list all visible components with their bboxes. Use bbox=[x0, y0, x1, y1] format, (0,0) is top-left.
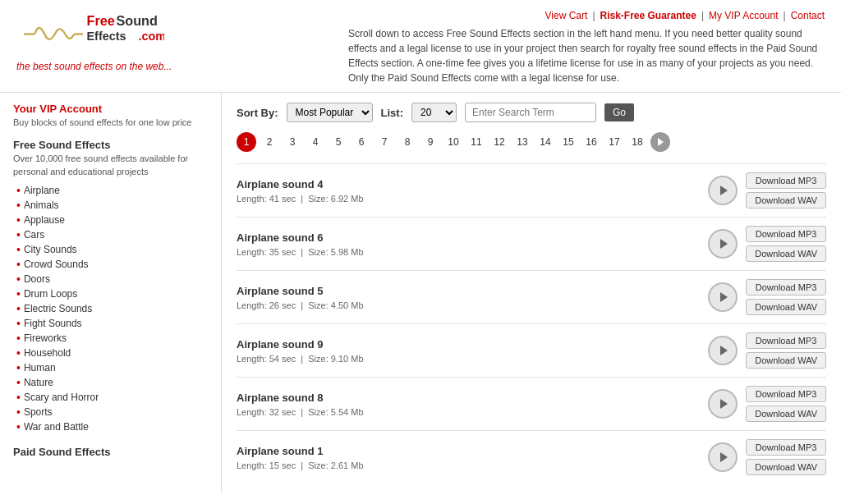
sidebar-item-animals[interactable]: Animals bbox=[16, 198, 208, 213]
play-button[interactable] bbox=[708, 229, 738, 259]
download-wav-button[interactable]: Download WAV bbox=[746, 245, 826, 262]
sidebar-item-applause[interactable]: Applause bbox=[16, 213, 208, 227]
pagination[interactable]: 123456789101112131415161718 bbox=[237, 132, 826, 152]
list-label: List: bbox=[381, 107, 403, 119]
pagination-next[interactable] bbox=[650, 132, 670, 152]
sound-title: Airplane sound 5 bbox=[237, 285, 708, 297]
download-mp3-button[interactable]: Download MP3 bbox=[746, 226, 826, 242]
page-btn-10[interactable]: 10 bbox=[443, 132, 463, 152]
main-layout: Your VIP Account Buy blocks of sound eff… bbox=[0, 93, 841, 493]
download-wav-button[interactable]: Download WAV bbox=[746, 352, 826, 369]
filter-bar: Sort By: Most PopularNewestAlphabetical … bbox=[237, 103, 826, 122]
page-btn-12[interactable]: 12 bbox=[489, 132, 509, 152]
sidebar-item-crowd-sounds[interactable]: Crowd Sounds bbox=[16, 257, 208, 272]
download-buttons: Download MP3 Download WAV bbox=[746, 332, 826, 369]
page-btn-14[interactable]: 14 bbox=[535, 132, 555, 152]
nav-sep3: | bbox=[784, 10, 786, 21]
page-btn-18[interactable]: 18 bbox=[627, 132, 647, 152]
page-btn-5[interactable]: 5 bbox=[329, 132, 348, 152]
page-btn-3[interactable]: 3 bbox=[283, 132, 302, 152]
sidebar: Your VIP Account Buy blocks of sound eff… bbox=[0, 93, 222, 493]
sidebar-item-sports[interactable]: Sports bbox=[16, 405, 208, 419]
header-right: View Cart | Risk-Free Guarantee | My VIP… bbox=[348, 10, 825, 85]
play-button[interactable] bbox=[708, 336, 738, 365]
download-buttons: Download MP3 Download WAV bbox=[746, 279, 826, 315]
sidebar-item-cars[interactable]: Cars bbox=[16, 227, 208, 242]
svg-marker-10 bbox=[720, 346, 728, 355]
sound-list: Airplane sound 4 Length: 41 sec | Size: … bbox=[237, 163, 826, 483]
download-buttons: Download MP3 Download WAV bbox=[746, 439, 826, 475]
page-btn-4[interactable]: 4 bbox=[306, 132, 325, 152]
download-mp3-button[interactable]: Download MP3 bbox=[746, 439, 826, 456]
page-btn-17[interactable]: 17 bbox=[604, 132, 624, 152]
contact-link[interactable]: Contact bbox=[791, 10, 825, 21]
download-wav-button[interactable]: Download WAV bbox=[746, 192, 826, 208]
risk-free-link[interactable]: Risk-Free Guarantee bbox=[600, 10, 696, 21]
my-vip-link[interactable]: My VIP Account bbox=[709, 10, 779, 21]
sidebar-item-electric-sounds[interactable]: Electric Sounds bbox=[16, 301, 208, 316]
content-area: Sort By: Most PopularNewestAlphabetical … bbox=[222, 93, 841, 493]
download-mp3-button[interactable]: Download MP3 bbox=[746, 279, 826, 296]
logo-tagline: the best sound effects on the web... bbox=[16, 61, 172, 72]
page-btn-11[interactable]: 11 bbox=[466, 132, 486, 152]
free-section-title: Free Sound Effects bbox=[13, 139, 208, 151]
sidebar-item-household[interactable]: Household bbox=[16, 346, 208, 360]
vip-subtitle: Buy blocks of sound effects for one low … bbox=[13, 117, 208, 129]
page-btn-15[interactable]: 15 bbox=[558, 132, 578, 152]
sidebar-item-fireworks[interactable]: Fireworks bbox=[16, 331, 208, 346]
sound-meta: Length: 26 sec | Size: 4.50 Mb bbox=[237, 300, 708, 310]
sound-title: Airplane sound 8 bbox=[237, 392, 708, 404]
sidebar-item-war-and-battle[interactable]: War and Battle bbox=[16, 419, 208, 434]
search-input[interactable] bbox=[465, 103, 596, 122]
list-select[interactable]: 102050100 bbox=[411, 103, 457, 122]
sound-meta: Length: 15 sec | Size: 2.61 Mb bbox=[237, 460, 708, 470]
view-cart-link[interactable]: View Cart bbox=[545, 10, 588, 21]
sound-item: Airplane sound 9 Length: 54 sec | Size: … bbox=[237, 323, 826, 377]
page-btn-1[interactable]: 1 bbox=[237, 132, 256, 152]
svg-text:.com: .com bbox=[139, 30, 164, 43]
sidebar-item-doors[interactable]: Doors bbox=[16, 272, 208, 286]
page-btn-2[interactable]: 2 bbox=[260, 132, 279, 152]
sound-meta: Length: 35 sec | Size: 5.98 Mb bbox=[237, 247, 708, 257]
page-btn-6[interactable]: 6 bbox=[352, 132, 371, 152]
header: Free Sound Effects .com the best sound e… bbox=[0, 0, 841, 93]
play-button[interactable] bbox=[708, 282, 738, 312]
sound-info: Airplane sound 5 Length: 26 sec | Size: … bbox=[237, 285, 708, 310]
logo-area: Free Sound Effects .com the best sound e… bbox=[16, 10, 172, 72]
sound-item: Airplane sound 6 Length: 35 sec | Size: … bbox=[237, 217, 826, 270]
sidebar-item-scary-and-horror[interactable]: Scary and Horror bbox=[16, 390, 208, 405]
top-nav[interactable]: View Cart | Risk-Free Guarantee | My VIP… bbox=[545, 10, 825, 21]
play-button[interactable] bbox=[708, 389, 738, 419]
page-btn-16[interactable]: 16 bbox=[581, 132, 601, 152]
sidebar-item-airplane[interactable]: Airplane bbox=[16, 183, 208, 198]
paid-section-title: Paid Sound Effects bbox=[13, 446, 208, 458]
play-button[interactable] bbox=[708, 442, 738, 472]
download-mp3-button[interactable]: Download MP3 bbox=[746, 172, 826, 189]
play-button[interactable] bbox=[708, 176, 738, 205]
sidebar-item-human[interactable]: Human bbox=[16, 360, 208, 375]
svg-marker-7 bbox=[720, 186, 728, 195]
nav-sep1: | bbox=[592, 10, 595, 21]
nav-sep2: | bbox=[701, 10, 704, 21]
sound-info: Airplane sound 8 Length: 32 sec | Size: … bbox=[237, 392, 708, 417]
sound-controls: Download MP3 Download WAV bbox=[708, 172, 826, 208]
sidebar-item-nature[interactable]: Nature bbox=[16, 375, 208, 390]
page-btn-9[interactable]: 9 bbox=[420, 132, 440, 152]
sidebar-item-city-sounds[interactable]: City Sounds bbox=[16, 242, 208, 257]
download-wav-button[interactable]: Download WAV bbox=[746, 299, 826, 315]
download-mp3-button[interactable]: Download MP3 bbox=[746, 332, 826, 349]
sidebar-item-drum-loops[interactable]: Drum Loops bbox=[16, 286, 208, 301]
svg-text:Effects: Effects bbox=[87, 30, 126, 43]
page-btn-13[interactable]: 13 bbox=[512, 132, 532, 152]
page-btn-8[interactable]: 8 bbox=[398, 132, 417, 152]
go-button[interactable]: Go bbox=[604, 103, 634, 121]
sort-select[interactable]: Most PopularNewestAlphabetical bbox=[287, 103, 373, 122]
svg-marker-12 bbox=[720, 452, 728, 462]
page-btn-7[interactable]: 7 bbox=[375, 132, 394, 152]
download-mp3-button[interactable]: Download MP3 bbox=[746, 386, 826, 402]
download-wav-button[interactable]: Download WAV bbox=[746, 405, 826, 422]
sidebar-item-fight-sounds[interactable]: Fight Sounds bbox=[16, 316, 208, 331]
svg-marker-11 bbox=[720, 399, 728, 409]
download-wav-button[interactable]: Download WAV bbox=[746, 459, 826, 475]
download-buttons: Download MP3 Download WAV bbox=[746, 386, 826, 422]
